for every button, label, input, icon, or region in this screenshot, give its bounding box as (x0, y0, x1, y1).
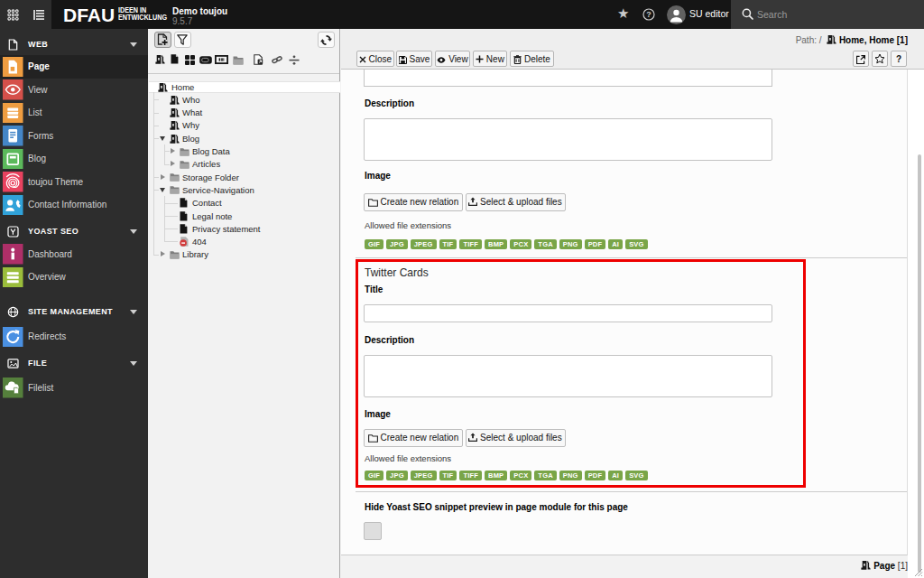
svg-text:?: ? (646, 10, 651, 19)
